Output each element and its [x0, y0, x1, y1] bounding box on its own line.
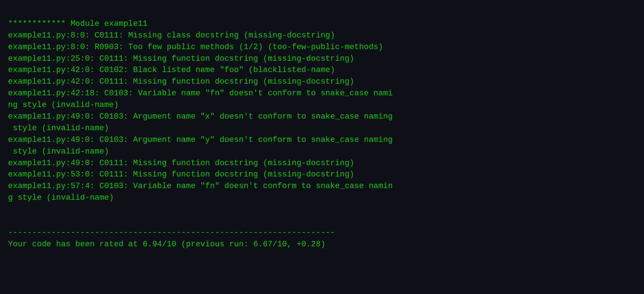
terminal-output: ************ Module example11 example11.… [0, 0, 644, 294]
terminal-text: ************ Module example11 example11.… [8, 19, 393, 249]
